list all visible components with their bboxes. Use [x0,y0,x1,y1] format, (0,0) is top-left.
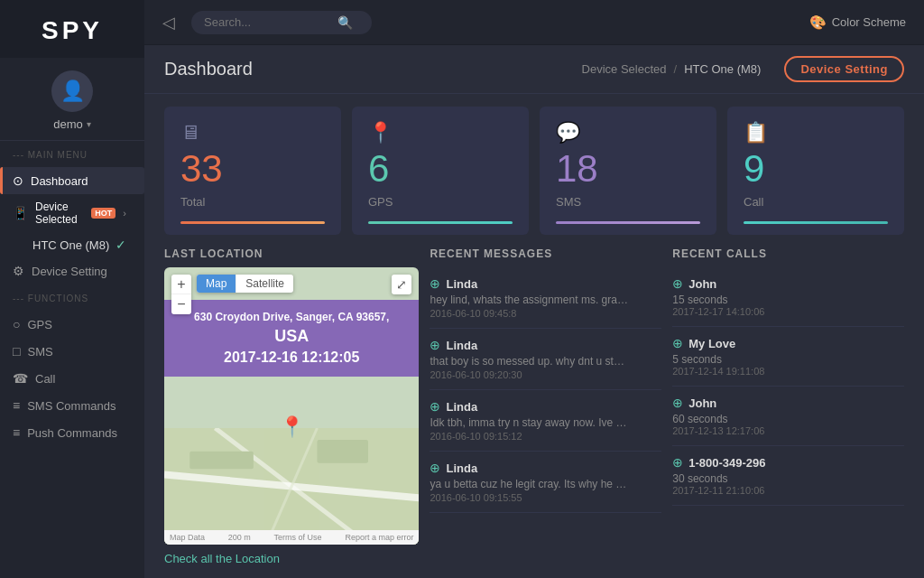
map-visual: Butcher Ferme St-Jean [164,428,419,545]
palette-icon: 🎨 [809,14,827,31]
call-duration: 5 seconds [672,353,904,366]
chevron-down-icon: ▾ [87,119,91,129]
sidebar-device-name[interactable]: HTC One (M8) ✓ [0,232,144,257]
stat-sms-bar [556,221,700,224]
map-overlay: 630 Croydon Drive, Sanger, CA 93657, USA… [164,300,419,377]
main-menu-label: --- MAIN MENU [13,150,144,160]
hot-badge: HOT [91,208,116,219]
map-report[interactable]: Report a map error [345,533,413,542]
call-item[interactable]: ⊕ John 60 seconds 2017-12-13 12:17:06 [672,387,904,446]
call-duration: 60 seconds [672,413,904,425]
breadcrumb: Device Selected / HTC One (M8) Device Se… [582,56,904,82]
search-icon: 🔍 [337,15,353,30]
call-duration: 15 seconds [672,294,904,306]
stat-call-value: 9 [744,150,888,188]
message-preview: hey lind, whats the assignment ms. grang… [430,294,628,306]
phone-icon: 📱 [13,206,28,220]
contact-icon: ⊕ [672,455,683,470]
message-item[interactable]: ⊕ Linda ya u betta cuz he legit cray. It… [430,452,661,513]
contact-icon: ⊕ [672,336,683,350]
map-footer: Map Data 200 m Terms of Use Report a map… [164,530,419,545]
stat-sms: 💬 18 SMS [540,107,716,235]
map-country: USA [175,327,408,346]
sidebar-item-push-commands[interactable]: ≡ Push Commands [0,419,144,446]
back-button[interactable]: ◁ [162,13,175,33]
sidebar-item-call[interactable]: ☎ Call [0,365,144,392]
call-item[interactable]: ⊕ My Love 5 seconds 2017-12-14 19:11:08 [672,327,904,387]
sidebar-item-sms-commands[interactable]: ≡ SMS Commands [0,392,144,419]
zoom-in-button[interactable]: + [171,275,191,294]
sidebar-item-sms[interactable]: □ SMS [0,338,144,365]
breadcrumb-device: Device Selected [582,62,667,76]
messages-list: ⊕ Linda hey lind, whats the assignment m… [430,267,661,565]
stat-total-label: Total [180,195,325,209]
call-time: 2017-12-13 12:17:06 [672,425,904,436]
message-preview: ya u betta cuz he legit cray. Its why he… [430,478,628,490]
functions-label: --- FUNCTIONS [13,294,144,303]
sms-label: SMS [27,345,52,359]
topbar: ◁ 🔍 🎨 Color Scheme [144,0,924,45]
chevron-right-icon: › [123,208,126,219]
breadcrumb-current: HTC One (M8) [684,62,761,76]
gps-icon: ○ [13,317,20,331]
device-setting-button[interactable]: Device Setting [784,56,904,82]
message-item[interactable]: ⊕ Linda that boy is so messed up. why dn… [430,329,661,390]
calls-panel-title: RECENT CALLS [672,247,904,260]
contact-icon: ⊕ [430,399,440,414]
calls-panel: RECENT CALLS ⊕ John 15 seconds 2017-12-1… [672,247,904,565]
sidebar-item-device-setting[interactable]: ⚙ Device Setting [0,257,144,284]
call-item[interactable]: ⊕ John 15 seconds 2017-12-17 14:10:06 [672,267,904,327]
map-expand-button[interactable]: ⤢ [392,275,411,294]
message-item[interactable]: ⊕ Linda Idk tbh, imma try n stay away no… [430,390,661,452]
message-contact-name: Linda [446,339,477,352]
avatar: 👤 [51,70,93,112]
contact-icon: ⊕ [430,461,440,475]
call-item[interactable]: ⊕ 1-800-349-296 30 seconds 2017-12-11 21… [672,446,904,506]
messages-panel: RECENT MESSAGES ⊕ Linda hey lind, whats … [430,247,661,565]
sidebar-item-gps[interactable]: ○ GPS [0,311,144,338]
user-name[interactable]: demo ▾ [53,117,91,131]
svg-rect-4 [189,452,254,469]
zoom-out-button[interactable]: − [171,294,191,314]
monitor-icon: 🖥 [180,121,325,144]
search-bar[interactable]: 🔍 [191,11,372,34]
stats-row: 🖥 33 Total 📍 6 GPS 💬 18 SMS 📋 9 Call [144,94,924,247]
call-contact-name: John [688,277,716,291]
sidebar-item-device-selected[interactable]: 📱 Device Selected HOT › [0,194,144,232]
contact-icon: ⊕ [672,396,683,410]
location-icon: 📍 [368,121,513,144]
map-type-map[interactable]: Map [197,275,236,293]
message-contact-name: Linda [446,461,477,475]
color-scheme-button[interactable]: 🎨 Color Scheme [809,14,906,31]
map-svg: Butcher Ferme St-Jean [164,428,419,545]
device-setting-label: Device Setting [32,265,107,278]
map-type-satellite[interactable]: Satellite [236,275,293,293]
call-label: Call [35,372,55,386]
map-scale: 200 m [228,533,251,542]
stat-call-label: Call [744,195,888,209]
call-time: 2017-12-11 21:10:06 [672,485,904,496]
call-time: 2017-12-17 14:10:06 [672,306,904,317]
gps-label: GPS [27,318,51,331]
breadcrumb-separator: / [674,62,678,76]
stat-gps: 📍 6 GPS [352,107,529,235]
push-commands-icon: ≡ [13,425,20,440]
user-avatar-area: 👤 demo ▾ [0,58,144,141]
search-input[interactable] [204,15,330,29]
map-terms[interactable]: Terms of Use [274,533,322,542]
stat-sms-label: SMS [556,195,700,209]
checkmark-icon: ✓ [116,238,126,252]
sidebar: SPY 👤 demo ▾ --- MAIN MENU ⊙ Dashboard 📱… [0,0,144,578]
check-location-link[interactable]: Check all the Location [164,552,419,565]
page-header: Dashboard Device Selected / HTC One (M8)… [144,45,924,94]
message-preview: that boy is so messed up. why dnt u stay… [430,355,628,368]
stat-sms-value: 18 [556,150,700,188]
sidebar-item-dashboard[interactable]: ⊙ Dashboard [0,167,144,194]
gear-icon: ⚙ [13,264,24,278]
message-time: 2016-06-10 09:15:12 [430,431,661,442]
call-duration: 30 seconds [672,472,904,485]
contact-icon: ⊕ [430,338,440,352]
sms-icon: □ [13,344,20,359]
message-item[interactable]: ⊕ Linda hey lind, whats the assignment m… [430,267,661,329]
chat-icon: 💬 [556,121,700,144]
